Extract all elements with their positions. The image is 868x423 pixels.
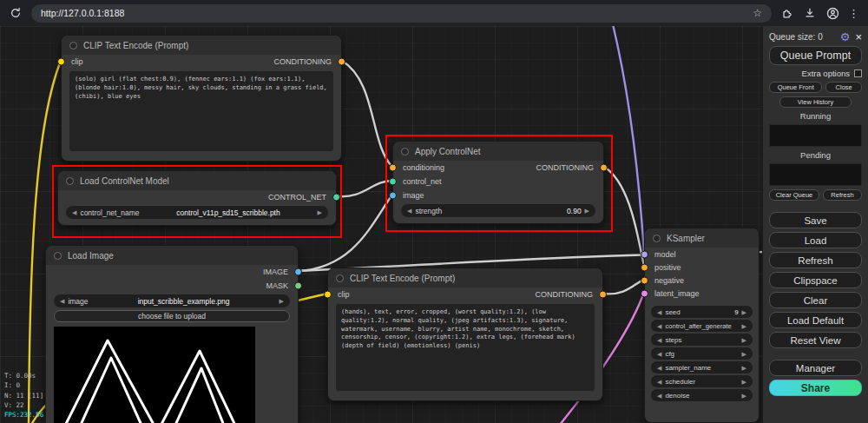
queue-prompt-button[interactable]: Queue Prompt (769, 46, 862, 65)
node-ksampler[interactable]: KSampler model positive negative latent_… (644, 228, 760, 423)
collapse-dot[interactable] (69, 42, 77, 50)
node-title: CLIP Text Encode (Prompt) (350, 274, 455, 283)
node-title-bar[interactable]: CLIP Text Encode (Prompt) (328, 268, 602, 288)
address-bar[interactable]: http://127.0.0.1:8188 ☆ (31, 4, 772, 23)
profile-avatar-icon[interactable] (825, 6, 839, 20)
widget-right-arrow-icon[interactable]: ▶ (742, 351, 746, 357)
image-filename-widget[interactable]: ◀ image input_scribble_example.png ▶ (54, 294, 290, 307)
refresh-button[interactable]: Refresh (769, 252, 862, 268)
clip-input-pin[interactable] (57, 58, 65, 66)
widget-left-arrow-icon[interactable]: ◀ (657, 393, 661, 399)
conditioning-input-pin[interactable] (389, 164, 397, 172)
mask-output-pin[interactable] (294, 282, 302, 290)
negative-input-pin[interactable] (641, 276, 648, 284)
collapse-dot[interactable] (653, 235, 661, 242)
seed-widget[interactable]: ◀ seed 9 ▶ (651, 306, 753, 318)
stat-iterations: I: 0 (4, 380, 43, 390)
view-history-button[interactable]: View History (779, 96, 852, 108)
widget-right-arrow-icon[interactable]: ▶ (742, 393, 746, 399)
steps-widget[interactable]: ◀ steps ▶ (651, 334, 753, 346)
strength-widget[interactable]: ◀ strength 0.90 ▶ (401, 204, 595, 217)
widget-left-arrow-icon[interactable]: ◀ (657, 379, 661, 385)
settings-gear-icon[interactable]: ⚙ (840, 31, 851, 43)
collapse-dot[interactable] (66, 177, 74, 185)
prompt-textarea[interactable]: (solo) girl (flat chest:0.9), (fennec ea… (69, 71, 333, 151)
node-clip-text-encode-negative[interactable]: CLIP Text Encode (Prompt) clip CONDITION… (327, 268, 603, 401)
refresh-queue-button[interactable]: Refresh (823, 189, 862, 201)
collapse-dot[interactable] (336, 274, 344, 282)
widget-right-arrow-icon[interactable]: ▶ (742, 323, 746, 329)
denoise-widget[interactable]: ◀ denoise ▶ (651, 389, 753, 401)
clear-queue-button[interactable]: Clear Queue (769, 189, 819, 201)
widget-right-arrow-icon[interactable]: ▶ (585, 208, 589, 214)
extra-options-checkbox[interactable] (854, 69, 862, 77)
model-input-pin[interactable] (641, 250, 648, 258)
clipspace-button[interactable]: Clipspace (769, 272, 862, 288)
widget-left-arrow-icon[interactable]: ◀ (657, 365, 661, 371)
latent-image-input-pin[interactable] (641, 289, 648, 297)
image-output-pin[interactable] (294, 268, 302, 276)
pending-queue-list (769, 163, 862, 186)
controlnet-input-pin[interactable] (389, 178, 397, 186)
node-apply-controlnet[interactable]: Apply ControlNet conditioning CONDITIONI… (392, 141, 604, 224)
node-clip-text-encode-positive[interactable]: CLIP Text Encode (Prompt) clip CONDITION… (61, 35, 342, 162)
widget-left-arrow-icon[interactable]: ◀ (657, 323, 661, 329)
node-title-bar[interactable]: CLIP Text Encode (Prompt) (62, 36, 341, 55)
reset-view-button[interactable]: Reset View (769, 332, 862, 348)
widget-left-arrow-icon[interactable]: ◀ (407, 208, 411, 214)
browser-menu-icon[interactable]: ⋮ (848, 7, 859, 20)
close-queue-button[interactable]: Close (825, 82, 862, 93)
node-title-bar[interactable]: Load Image (46, 246, 298, 265)
widget-left-arrow-icon[interactable]: ◀ (657, 351, 661, 357)
browser-toolbar: http://127.0.0.1:8188 ☆ ⋮ (0, 0, 868, 26)
clear-button[interactable]: Clear (769, 292, 862, 308)
scheduler-widget[interactable]: ◀ scheduler ▶ (651, 375, 753, 387)
widget-left-arrow-icon[interactable]: ◀ (72, 209, 76, 215)
node-title-bar[interactable]: Load ControlNet Model (58, 171, 336, 190)
close-menu-icon[interactable]: × (855, 31, 862, 43)
image-input-pin[interactable] (389, 192, 397, 200)
control-after-generate-widget[interactable]: ◀ control_after_generate ▶ (651, 320, 753, 332)
widget-right-arrow-icon[interactable]: ▶ (742, 337, 746, 343)
widget-value: input_scribble_example.png (92, 297, 276, 306)
downloads-icon[interactable] (803, 6, 817, 20)
node-title: Load ControlNet Model (80, 176, 169, 186)
widget-right-arrow-icon[interactable]: ▶ (279, 298, 284, 304)
widget-left-arrow-icon[interactable]: ◀ (60, 298, 64, 304)
controlnet-output-pin[interactable] (332, 194, 340, 202)
conditioning-output-pin[interactable] (599, 291, 607, 299)
sampler-name-widget[interactable]: ◀ sampler_name ▶ (651, 361, 753, 373)
prompt-textarea[interactable]: (hands), text, error, cropped, (worst qu… (336, 304, 595, 391)
manager-button[interactable]: Manager (769, 360, 862, 376)
widget-left-arrow-icon[interactable]: ◀ (657, 309, 661, 315)
widget-label: seed (665, 308, 680, 316)
node-load-controlnet-model[interactable]: Load ControlNet Model CONTROL_NET ◀ cont… (57, 170, 337, 226)
node-title-bar[interactable]: Apply ControlNet (393, 142, 603, 161)
widget-right-arrow-icon[interactable]: ▶ (742, 365, 746, 371)
positive-input-pin[interactable] (641, 263, 648, 271)
widget-label: sampler_name (665, 364, 711, 372)
load-button[interactable]: Load (769, 232, 862, 248)
cfg-widget[interactable]: ◀ cfg ▶ (651, 347, 753, 360)
control-net-name-widget[interactable]: ◀ control_net_name control_v11p_sd15_scr… (66, 206, 328, 219)
widget-right-arrow-icon[interactable]: ▶ (742, 309, 746, 315)
reload-icon[interactable] (9, 6, 23, 20)
conditioning-output-pin[interactable] (600, 164, 608, 172)
collapse-dot[interactable] (54, 252, 62, 260)
save-button[interactable]: Save (769, 212, 862, 228)
url-text[interactable]: http://127.0.0.1:8188 (41, 8, 746, 18)
queue-front-button[interactable]: Queue Front (769, 82, 822, 93)
extensions-icon[interactable] (780, 6, 794, 20)
bookmark-star-icon[interactable]: ☆ (753, 7, 762, 19)
clip-input-pin[interactable] (324, 291, 332, 299)
conditioning-output-pin[interactable] (338, 58, 345, 66)
collapse-dot[interactable] (401, 148, 409, 155)
load-default-button[interactable]: Load Default (769, 312, 862, 328)
choose-file-button[interactable]: choose file to upload (54, 310, 290, 322)
widget-right-arrow-icon[interactable]: ▶ (742, 379, 746, 385)
node-load-image[interactable]: Load Image IMAGE MASK ◀ image input_scri… (45, 245, 299, 423)
widget-left-arrow-icon[interactable]: ◀ (657, 337, 661, 343)
widget-right-arrow-icon[interactable]: ▶ (318, 209, 322, 215)
share-button[interactable]: Share (769, 380, 862, 396)
node-title-bar[interactable]: KSampler (645, 228, 759, 248)
